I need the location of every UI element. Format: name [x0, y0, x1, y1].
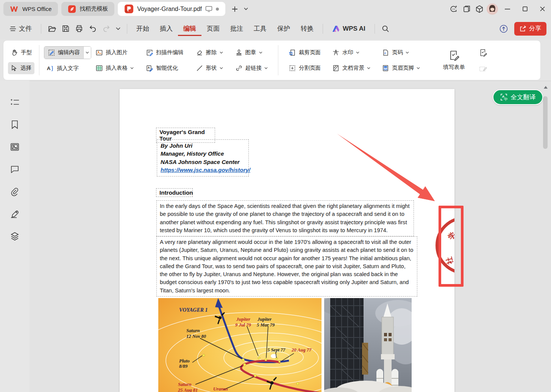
- erase-button[interactable]: 擦除: [193, 47, 226, 59]
- new-tab-button[interactable]: [228, 3, 241, 16]
- signature-panel-button[interactable]: [10, 209, 20, 219]
- close-icon: [540, 6, 545, 11]
- ai-assistant-icon: [450, 5, 458, 13]
- wps-ai-button[interactable]: WPS AI: [327, 22, 371, 36]
- menu-item-insert[interactable]: 插入: [155, 21, 178, 36]
- multi-window-button[interactable]: [460, 3, 473, 16]
- hand-icon: [11, 49, 18, 56]
- fig-label-jupiter-red-date: 9 Jul 79: [235, 322, 251, 328]
- layers-panel-button[interactable]: [10, 231, 20, 241]
- print-button[interactable]: [72, 22, 86, 35]
- tab-label: 找稻壳模板: [80, 5, 108, 12]
- edit-content-dropdown[interactable]: [83, 47, 91, 59]
- fill-form-label: 填写表单: [443, 64, 465, 71]
- menu-item-comment[interactable]: 批注: [225, 21, 248, 36]
- tab-voyager-pdf[interactable]: Voyager-Grand-Tour.pdf: [118, 2, 225, 16]
- file-menu-button[interactable]: 文件: [5, 21, 37, 36]
- vertical-scrollbar[interactable]: [543, 96, 548, 149]
- page-number-button[interactable]: # 页码: [379, 47, 423, 59]
- translate-button[interactable]: A中 全文翻译: [493, 89, 543, 105]
- doc-author-box[interactable]: By John Uri Manager, History Office NASA…: [157, 139, 249, 176]
- search-button[interactable]: [379, 22, 392, 35]
- tab-docer-templates[interactable]: 找稻壳模板: [61, 2, 114, 16]
- docer-icon: [68, 5, 76, 13]
- menu-item-tools[interactable]: 工具: [248, 21, 272, 36]
- crop-page-icon: [289, 49, 296, 56]
- menu-item-convert[interactable]: 转换: [295, 21, 319, 36]
- stamp-button[interactable]: 图章: [233, 47, 271, 59]
- page-number-icon: #: [382, 49, 389, 56]
- insert-text-label: 插入文字: [57, 65, 79, 72]
- apps-cube-button[interactable]: [473, 3, 486, 16]
- fig-label-saturn1-date: 12 Nov 80: [186, 334, 206, 339]
- figure-voyager-trajectory[interactable]: VOYAGER 1 Jupiter Jupiter 9 Jul 79 5 Mar…: [158, 298, 322, 392]
- select-tool-label: 选择: [20, 64, 31, 72]
- scan-edit-button[interactable]: 扫描件编辑: [143, 47, 186, 59]
- hyperlink-label: 超链接: [245, 64, 262, 72]
- crop-page-button[interactable]: 裁剪页面: [286, 47, 323, 59]
- share-button[interactable]: 分享: [514, 22, 546, 36]
- hamburger-icon: [10, 27, 16, 31]
- header-footer-label: 页眉页脚: [392, 64, 414, 72]
- account-avatar[interactable]: [486, 3, 499, 16]
- doc-heading-box[interactable]: Introduction: [156, 188, 193, 197]
- undo-button[interactable]: [86, 22, 100, 35]
- header-footer-icon: [382, 64, 389, 72]
- menu-item-edit[interactable]: 编辑: [178, 21, 201, 36]
- screen-share-icon[interactable]: [205, 6, 212, 12]
- comments-panel-button[interactable]: [10, 164, 20, 174]
- chevron-down-icon: [130, 67, 134, 69]
- header-footer-button[interactable]: 页眉页脚: [379, 62, 423, 74]
- shape-button[interactable]: 形状: [193, 62, 226, 74]
- maximize-button[interactable]: [516, 2, 534, 17]
- insert-table-button[interactable]: 插入表格: [93, 62, 136, 74]
- split-page-button[interactable]: 分割页面: [286, 62, 323, 74]
- scan-edit-label: 扫描件编辑: [156, 49, 184, 56]
- plus-icon: [231, 6, 238, 12]
- insert-image-button[interactable]: 插入图片: [93, 47, 136, 59]
- save-button[interactable]: [59, 22, 72, 35]
- divider: [323, 24, 323, 34]
- close-button[interactable]: [534, 2, 551, 17]
- author-line: Manager, History Office: [161, 150, 245, 158]
- chevron-down-icon: [116, 27, 120, 30]
- redo-button[interactable]: [100, 22, 113, 35]
- hyperlink-button[interactable]: 超链接: [233, 62, 271, 74]
- doc-background-button[interactable]: 文档背景: [329, 62, 373, 74]
- menu-item-home[interactable]: 开始: [131, 21, 155, 36]
- file-menu-label: 文件: [19, 24, 32, 33]
- doc-link[interactable]: https://www.jsc.nasa.gov/history/: [161, 167, 250, 173]
- menu-item-page[interactable]: 页面: [201, 21, 225, 36]
- doc-paragraph-2[interactable]: A very rare planetary alignment would oc…: [156, 236, 417, 297]
- upload-icon: [499, 24, 508, 33]
- minimize-button[interactable]: [499, 2, 516, 17]
- edit-content-button[interactable]: 编辑内容: [44, 46, 91, 59]
- fill-form-button[interactable]: 填写表单: [439, 44, 469, 76]
- figure-rocket-launch[interactable]: [324, 298, 412, 392]
- select-tool-button[interactable]: 选择: [8, 62, 34, 74]
- smart-optimize-button[interactable]: A 智能优化: [143, 62, 186, 74]
- hand-tool-button[interactable]: 手型: [8, 47, 34, 59]
- menu-item-protect[interactable]: 保护: [272, 21, 295, 36]
- signature-pen-icon: [10, 209, 20, 219]
- scroll-up-arrow[interactable]: [544, 86, 548, 89]
- divider: [375, 24, 375, 34]
- insert-text-button[interactable]: A 插入文字: [44, 62, 91, 75]
- open-file-button[interactable]: [45, 22, 59, 35]
- watermark-button[interactable]: 水印: [329, 47, 373, 59]
- erase-label: 擦除: [206, 49, 217, 56]
- ai-assistant-button[interactable]: [447, 3, 460, 16]
- more-commands-button[interactable]: [113, 22, 123, 35]
- insert-image-label: 插入图片: [106, 49, 128, 56]
- upload-cloud-button[interactable]: [497, 22, 510, 35]
- tab-list-button[interactable]: [241, 3, 250, 16]
- attachments-panel-button[interactable]: [10, 186, 20, 197]
- document-canvas[interactable]: Voyager's Grand Tour By John Uri Manager…: [30, 81, 551, 392]
- bookmark-button[interactable]: [10, 119, 20, 130]
- translate-label: 全文翻译: [511, 93, 536, 102]
- tab-label: WPS Office: [22, 6, 52, 12]
- tab-wps-office[interactable]: WPS Office: [3, 2, 58, 16]
- images-panel-button[interactable]: [10, 142, 20, 152]
- ai-outline-button[interactable]: [10, 97, 20, 107]
- form-edit-button[interactable]: [476, 47, 490, 59]
